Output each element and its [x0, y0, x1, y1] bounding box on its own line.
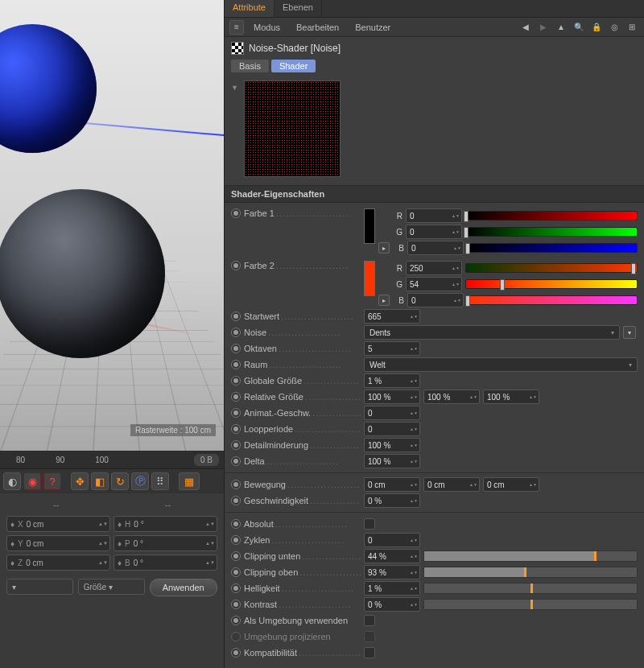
- anim-toggle[interactable]: [231, 424, 241, 434]
- tool-position-icon[interactable]: Ⓟ: [131, 472, 149, 490]
- nav-up-icon[interactable]: ▲: [554, 20, 568, 35]
- farbe2-r-input[interactable]: 250▲▼: [406, 261, 462, 275]
- anim-toggle[interactable]: [231, 648, 241, 658]
- startwert-input[interactable]: 665▲▼: [364, 309, 420, 324]
- anim-toggle[interactable]: [231, 360, 241, 369]
- kontrast-slider[interactable]: [423, 599, 638, 610]
- tab-attribute[interactable]: Attribute: [225, 0, 275, 17]
- anim-toggle[interactable]: [231, 496, 241, 505]
- farbe1-g-input[interactable]: 0▲▼: [406, 225, 462, 239]
- coord-x-input[interactable]: ♦X0 cm▲▼: [6, 516, 110, 532]
- anim-toggle[interactable]: [231, 408, 241, 418]
- spinner-arrows-icon[interactable]: ▲▼: [205, 561, 213, 565]
- anim-toggle[interactable]: [231, 519, 241, 529]
- farbe1-g-slider[interactable]: [465, 227, 638, 237]
- anim-toggle[interactable]: [231, 567, 241, 577]
- tab-ebenen[interactable]: Ebenen: [275, 0, 322, 17]
- tool-globe-icon[interactable]: ◐: [3, 472, 21, 490]
- tool-film-icon[interactable]: ▦: [179, 472, 200, 490]
- helligkeit-slider[interactable]: [423, 583, 638, 594]
- farbe1-r-input[interactable]: 0▲▼: [406, 208, 462, 223]
- lock-icon[interactable]: 🔒: [589, 20, 604, 35]
- size-select[interactable]: Größe ▾: [78, 579, 145, 595]
- anim-toggle[interactable]: [231, 551, 241, 561]
- tool-rotate-icon[interactable]: ↻: [111, 472, 129, 490]
- spinner-arrows-icon[interactable]: ▲▼: [98, 542, 106, 546]
- noise-picker-icon[interactable]: ▾: [623, 326, 636, 339]
- nav-fwd-icon[interactable]: ▶: [536, 20, 551, 35]
- kompat-checkbox[interactable]: [364, 647, 375, 658]
- preview-disclosure-icon[interactable]: ▼: [231, 80, 239, 92]
- anim-toggle[interactable]: [231, 344, 241, 353]
- spinner-arrows-icon[interactable]: ▲▼: [205, 542, 213, 546]
- farbe2-g-input[interactable]: 54▲▼: [406, 277, 462, 291]
- bewegung-2-input[interactable]: 0 cm▲▼: [423, 477, 480, 492]
- anim-toggle[interactable]: [231, 440, 241, 450]
- anim-toggle[interactable]: [231, 376, 241, 386]
- farbe2-g-slider[interactable]: [465, 279, 638, 289]
- color-swatch-farbe2[interactable]: [364, 261, 375, 296]
- anim-toggle[interactable]: [231, 392, 241, 402]
- helligkeit-input[interactable]: 1 %▲▼: [364, 581, 420, 596]
- anim-toggle[interactable]: [231, 600, 241, 609]
- menu-benutzer[interactable]: Benutzer: [349, 23, 397, 32]
- rel-groesse-3-input[interactable]: 100 %▲▼: [483, 390, 539, 404]
- expand-farbe2-icon[interactable]: ▸: [378, 295, 390, 306]
- farbe2-b-slider[interactable]: [467, 295, 638, 305]
- delta-input[interactable]: 100 %▲▼: [364, 454, 420, 468]
- kontrast-input[interactable]: 0 %▲▼: [364, 597, 420, 612]
- anim-toggle[interactable]: [231, 311, 241, 321]
- mode-select-1[interactable]: ▾: [6, 579, 73, 595]
- tool-grid-icon[interactable]: ⠿: [151, 472, 169, 490]
- anim-toggle-farbe2[interactable]: [231, 261, 241, 270]
- farbe2-r-slider[interactable]: [465, 263, 638, 273]
- coord-h-input[interactable]: ♦H0 °▲▼: [114, 516, 217, 532]
- shader-preview[interactable]: [244, 80, 341, 177]
- rel-groesse-1-input[interactable]: 100 %▲▼: [364, 390, 420, 404]
- subtab-shader[interactable]: Shader: [271, 60, 316, 72]
- menu-modus[interactable]: Modus: [247, 23, 287, 32]
- rel-groesse-2-input[interactable]: 100 %▲▼: [423, 390, 480, 404]
- sphere-dark[interactable]: [0, 189, 165, 358]
- farbe1-b-input[interactable]: 0▲▼: [407, 241, 464, 255]
- viewport-3d[interactable]: Rasterweite : 100 cm: [0, 0, 224, 451]
- als-umgebung-checkbox[interactable]: [364, 615, 375, 626]
- bewegung-1-input[interactable]: 0 cm▲▼: [364, 477, 420, 492]
- anim-geschw-input[interactable]: 0▲▼: [364, 406, 420, 420]
- anim-toggle[interactable]: [231, 328, 241, 337]
- coord-p-input[interactable]: ♦P0 °▲▼: [114, 535, 217, 551]
- farbe1-r-slider[interactable]: [465, 211, 638, 221]
- spinner-arrows-icon[interactable]: ▲▼: [98, 561, 106, 565]
- geschwindigkeit-input[interactable]: 0 %▲▼: [364, 493, 420, 508]
- raum-dropdown[interactable]: Welt: [364, 357, 638, 372]
- tool-scale-icon[interactable]: ◧: [91, 472, 109, 490]
- anim-toggle[interactable]: [231, 480, 241, 489]
- zyklen-input[interactable]: 0▲▼: [364, 533, 420, 547]
- expand-farbe1-icon[interactable]: ▸: [378, 242, 390, 254]
- clipping-unten-slider[interactable]: [423, 550, 638, 562]
- sphere-blue[interactable]: [0, 24, 97, 153]
- coord-y-input[interactable]: ♦Y0 cm▲▼: [6, 535, 110, 551]
- coord-b-input[interactable]: ♦B0 °▲▼: [114, 555, 217, 571]
- search-icon[interactable]: 🔍: [572, 20, 586, 35]
- menu-hamburger-icon[interactable]: ≡: [229, 20, 244, 35]
- spinner-arrows-icon[interactable]: ▲▼: [98, 522, 106, 526]
- anim-toggle-farbe1[interactable]: [231, 208, 241, 218]
- nav-back-icon[interactable]: ◀: [518, 20, 533, 35]
- menu-bearbeiten[interactable]: Bearbeiten: [290, 23, 345, 32]
- coord-z-input[interactable]: ♦Z0 cm▲▼: [6, 555, 110, 571]
- subtab-basis[interactable]: Basis: [231, 60, 269, 72]
- clipping-unten-input[interactable]: 44 %▲▼: [364, 549, 420, 563]
- tool-record-icon[interactable]: ◉: [23, 472, 41, 490]
- spinner-arrows-icon[interactable]: ▲▼: [205, 522, 213, 526]
- new-window-icon[interactable]: ⊞: [625, 20, 639, 35]
- detailminderung-input[interactable]: 100 %▲▼: [364, 438, 420, 452]
- absolut-checkbox[interactable]: [364, 518, 375, 530]
- globale-groesse-input[interactable]: 1 %▲▼: [364, 373, 420, 388]
- anim-toggle[interactable]: [231, 456, 241, 466]
- anim-toggle[interactable]: [231, 616, 241, 625]
- tool-move-icon[interactable]: ✥: [71, 472, 89, 490]
- oktaven-input[interactable]: 5▲▼: [364, 341, 420, 356]
- farbe2-b-input[interactable]: 0▲▼: [407, 293, 464, 307]
- bewegung-3-input[interactable]: 0 cm▲▼: [483, 477, 539, 492]
